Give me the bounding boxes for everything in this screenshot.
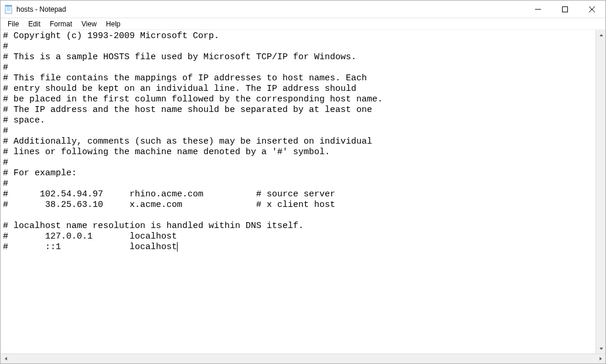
scroll-left-icon[interactable] [1, 354, 11, 364]
window-title: hosts - Notepad [16, 5, 525, 13]
svg-marker-12 [5, 357, 7, 360]
menu-edit[interactable]: Edit [23, 19, 45, 29]
menu-help[interactable]: Help [101, 19, 125, 29]
svg-rect-5 [5, 5, 12, 6]
menu-format[interactable]: Format [45, 19, 77, 29]
svg-marker-13 [600, 357, 602, 360]
horizontal-scrollbar[interactable] [1, 353, 605, 363]
scroll-track-vertical[interactable] [596, 40, 605, 343]
scroll-track-horizontal[interactable] [11, 354, 595, 363]
close-button[interactable] [578, 1, 605, 18]
maximize-button[interactable] [551, 1, 578, 18]
window-controls [525, 1, 605, 18]
menu-view[interactable]: View [77, 19, 101, 29]
notepad-icon [4, 5, 13, 14]
svg-rect-7 [563, 6, 568, 12]
scroll-up-icon[interactable] [596, 30, 605, 40]
menu-file[interactable]: File [3, 19, 23, 29]
titlebar: hosts - Notepad [1, 1, 605, 18]
scroll-right-icon[interactable] [595, 354, 605, 364]
editor-content: # Copyright (c) 1993-2009 Microsoft Corp… [3, 31, 383, 252]
menubar: File Edit Format View Help [1, 18, 605, 30]
minimize-button[interactable] [525, 1, 551, 18]
text-editor[interactable]: # Copyright (c) 1993-2009 Microsoft Corp… [1, 30, 605, 353]
svg-marker-11 [600, 348, 603, 350]
vertical-scrollbar[interactable] [595, 30, 605, 353]
text-cursor [177, 242, 178, 251]
scroll-down-icon[interactable] [596, 343, 605, 353]
editor-container: # Copyright (c) 1993-2009 Microsoft Corp… [1, 30, 605, 363]
svg-marker-10 [600, 34, 603, 36]
